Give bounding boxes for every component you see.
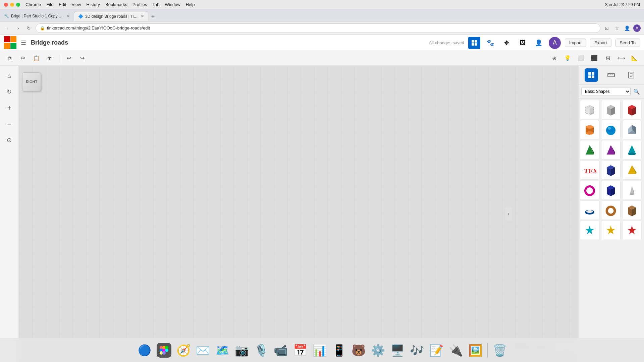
back-button[interactable]: ‹ [3,24,11,32]
shape-cone-gray[interactable] [622,180,642,200]
shape-text-red[interactable]: TEXT [580,160,599,180]
viewport[interactable]: RIGHT [19,66,578,362]
shape-box-blue[interactable] [601,160,621,180]
send-to-button[interactable]: Send To [615,39,640,47]
forward-button[interactable]: › [14,24,22,32]
menu-window[interactable]: Window [165,2,180,7]
dock-finder[interactable]: 🔵 [136,342,153,359]
undo-button[interactable]: ↩ [63,53,74,64]
shape-category-dropdown[interactable]: Basic Shapes [581,87,631,96]
ruler-button[interactable]: 📐 [629,53,640,64]
hamburger-menu[interactable]: ☰ [21,39,26,47]
zoom-fit-button[interactable]: ⊙ [3,133,16,147]
shape-star-red[interactable] [622,221,642,240]
shape-pyramid-yellow[interactable] [622,160,642,180]
export-button[interactable]: Export [590,39,611,47]
tab-1[interactable]: 🔧 Brige | Part Studio 1 Copy 1 C... ✕ [0,11,74,21]
dock-maps[interactable]: 🗺️ [214,342,231,359]
menu-view[interactable]: View [72,2,81,7]
origin-button[interactable]: ⊕ [549,53,559,64]
zoom-in-button[interactable]: + [3,101,16,115]
shape-sphere-blue[interactable] [601,120,621,139]
minimize-button[interactable] [10,3,14,7]
menu-tab[interactable]: Tab [152,2,159,7]
dock-terminal[interactable]: 🖥️ [389,342,406,359]
orbit-button[interactable]: ↻ [3,85,16,99]
panel-tab-ruler[interactable] [604,68,618,82]
shape-cylinder-orange[interactable] [580,120,599,139]
tab-2[interactable]: 🔷 3D design Bridge roads | Tinke... ✕ [74,11,148,21]
menu-profiles[interactable]: Profiles [132,2,147,7]
shape-box-gray[interactable] [601,100,621,119]
zoom-out-button[interactable]: − [3,117,16,131]
user-avatar-button[interactable]: A [549,37,561,49]
shape-box-red[interactable] [622,100,642,119]
menu-help[interactable]: Help [186,2,195,7]
collapse-panel-button[interactable]: › [505,207,512,221]
dock-photos[interactable]: 📷 [233,342,251,359]
dock-music[interactable]: 🎶 [408,342,426,359]
paste-button[interactable]: 📋 [31,53,42,64]
dock-system-prefs[interactable]: ⚙️ [369,342,387,359]
menu-history[interactable]: History [87,2,100,7]
move-view-button[interactable]: ✥ [500,37,513,49]
light-button[interactable]: 💡 [562,53,573,64]
tab1-close[interactable]: ✕ [67,14,70,18]
menu-bookmarks[interactable]: Bookmarks [105,2,127,7]
redo-button[interactable]: ↪ [77,53,88,64]
dock-bear[interactable]: 🐻 [350,342,367,359]
cast-icon[interactable]: ⊡ [603,24,610,32]
dock-trash[interactable]: 🗑️ [491,342,508,359]
refresh-button[interactable]: ↻ [25,24,33,32]
shape-pyramid-green[interactable] [580,140,599,160]
maximize-button[interactable] [16,3,20,7]
user-profile-button[interactable]: 👤 [533,37,545,49]
delete-button[interactable]: 🗑 [44,53,55,64]
shape-wedge[interactable] [622,120,642,139]
dock-arduino[interactable]: 🔌 [447,342,465,359]
shape-torus-pink[interactable] [580,180,599,200]
shape-tool-1[interactable]: ⬜ [576,53,586,64]
url-bar[interactable]: 🔒 tinkercad.com/things/2lEaaYlOOoG-bridg… [36,23,600,33]
dock-safari[interactable]: 🧭 [175,342,192,359]
cut-button[interactable]: ✂ [17,53,28,64]
dock-sticky[interactable]: 📊 [311,342,328,359]
align-button[interactable]: ⊞ [602,53,613,64]
view-cube[interactable]: RIGHT [22,72,41,91]
shape-box-brown[interactable] [622,200,642,220]
copy-button[interactable]: ⧉ [4,53,15,64]
shape-torus-blue[interactable] [580,200,599,220]
menu-file[interactable]: File [46,2,53,7]
shape-pyramid-purple[interactable] [601,140,621,160]
paw-view-button[interactable]: 🐾 [484,37,496,49]
panel-tab-grid[interactable] [585,68,598,82]
shape-tool-2[interactable]: ⬛ [589,53,600,64]
grid-view-button[interactable] [468,37,480,49]
dock-calendar[interactable]: 📅 [291,342,309,359]
close-button[interactable] [4,3,8,7]
profile-icon[interactable]: 👤 [623,24,631,32]
gallery-view-button[interactable]: 🖼 [517,37,529,49]
dock-iphone[interactable]: 📱 [330,342,348,359]
shape-box-hole[interactable] [580,100,599,119]
bookmark-icon[interactable]: ☆ [613,24,621,32]
dock-preview[interactable]: 🖼️ [467,342,484,359]
dock-launchpad[interactable] [155,342,173,359]
shape-star-teal[interactable] [580,221,599,240]
shape-cone-teal[interactable] [622,140,642,160]
mirror-button[interactable]: ⟺ [616,53,627,64]
new-tab-button[interactable]: + [148,12,158,21]
dock-notes[interactable]: 📝 [428,342,445,359]
shape-torus-brown[interactable] [601,200,621,220]
import-button[interactable]: Import [565,39,586,47]
shape-star-yellow[interactable] [601,221,621,240]
dock-facetime[interactable]: 📹 [272,342,289,359]
menu-chrome[interactable]: Chrome [25,2,41,7]
dock-mail[interactable]: ✉️ [194,342,212,359]
home-button[interactable]: ⌂ [3,69,16,82]
dock-podcasts[interactable]: 🎙️ [253,342,270,359]
menu-edit[interactable]: Edit [59,2,66,7]
avatar-icon[interactable]: A [633,24,641,32]
shape-search-button[interactable]: 🔍 [632,87,641,96]
panel-tab-notes[interactable] [625,68,638,82]
